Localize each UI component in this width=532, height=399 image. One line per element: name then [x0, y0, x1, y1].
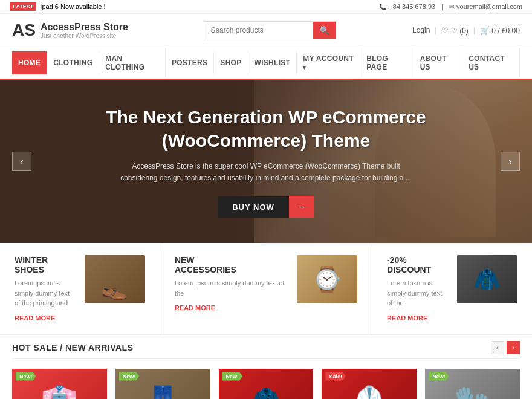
divider-1: |	[435, 26, 436, 34]
hot-sale-section: HOT SALE / NEW ARRIVALS ‹ › New! 👘 New! …	[0, 335, 532, 400]
logo[interactable]: AS AccessPress Store Just another WordPr…	[12, 22, 128, 39]
phone-contact: +84 345 678 93	[379, 3, 435, 10]
feature-discount-title: -20%DISCOUNT	[387, 255, 449, 274]
feature-watch-text: NEWACCESSORIES Lorem Ipsum is simply dum…	[175, 255, 288, 312]
buy-now-button[interactable]: BUY NOW	[218, 196, 289, 218]
product-badge-1: New!	[16, 372, 36, 381]
site-title: AccessPress Store	[41, 22, 128, 33]
nav-posters[interactable]: POSTERS	[166, 51, 214, 74]
top-bar-left: LATEST Ipad 6 Now available !	[10, 2, 106, 11]
hot-sale-next[interactable]: ›	[507, 341, 520, 354]
nav-blog[interactable]: BLOG PAGE	[360, 47, 414, 79]
site-tagline: Just another WordPress site	[41, 33, 128, 39]
product-image-3: New! 🧥	[219, 369, 314, 400]
cart-icon	[480, 27, 490, 35]
feature-discount-read-more[interactable]: READ MORE	[387, 314, 427, 322]
feature-watch: NEWACCESSORIES Lorem Ipsum is simply dum…	[160, 243, 372, 334]
hero-content: The Next Generation WP eCommerce (WooCom…	[54, 105, 478, 218]
product-badge-3: New!	[222, 372, 243, 381]
nav-man-clothing[interactable]: MAN CLOTHING	[99, 47, 166, 79]
hero-prev-button[interactable]: ‹	[12, 152, 31, 171]
header: AS AccessPress Store Just another WordPr…	[0, 14, 532, 47]
product-image-5: New! 🧤	[425, 369, 520, 400]
nav-home[interactable]: HOME	[12, 51, 47, 74]
nav-my-account[interactable]: MY ACCOUNT	[297, 47, 360, 79]
feature-shoes: WINTER SHOES Lorem Ipsum is simply dummy…	[0, 243, 160, 334]
feature-shoes-read-more[interactable]: READ MORE	[15, 314, 55, 322]
pipe-divider: |	[441, 3, 443, 10]
hero-next-button[interactable]: ›	[501, 152, 520, 171]
product-badge-4: Sale!	[325, 372, 346, 381]
hero-title: The Next Generation WP eCommerce (WooCom…	[103, 105, 429, 152]
phone-icon	[379, 4, 386, 10]
feature-watch-read-more[interactable]: READ MORE	[175, 304, 215, 311]
product-card-3[interactable]: New! 🧥	[219, 369, 314, 400]
wishlist-heart-icon	[441, 27, 449, 35]
nav-about[interactable]: ABOUT US	[414, 47, 462, 79]
product-card-2[interactable]: New! 👖	[115, 369, 210, 400]
product-image-4: Sale! 🥼	[322, 369, 417, 400]
hero-arrow-button[interactable]: →	[289, 196, 314, 218]
search-input[interactable]	[204, 22, 313, 38]
hero-cta: BUY NOW →	[103, 196, 429, 218]
hot-sale-title: HOT SALE / NEW ARRIVALS	[12, 343, 134, 352]
search-button[interactable]: 🔍	[313, 22, 336, 39]
feature-watch-title: NEWACCESSORIES	[175, 255, 288, 274]
product-badge-5: New!	[429, 372, 449, 381]
login-link[interactable]: Login	[412, 26, 430, 34]
feature-shoes-text: WINTER SHOES Lorem Ipsum is simply dummy…	[15, 255, 76, 322]
product-image-2: New! 👖	[115, 369, 210, 400]
wishlist-link[interactable]: ♡ (0)	[441, 26, 468, 35]
feature-watch-image: ⌚	[297, 255, 357, 303]
product-card-4[interactable]: Sale! 🥼	[322, 369, 417, 400]
logo-icon: AS	[12, 22, 36, 39]
email-icon	[449, 4, 454, 10]
feature-discount-text: -20%DISCOUNT Lorem Ipsum is simply dummy…	[387, 255, 449, 322]
email-contact: youremail@gmail.com	[449, 3, 522, 10]
nav-wishlist[interactable]: WISHLIST	[248, 51, 297, 74]
product-badge-2: New!	[119, 372, 140, 381]
hot-sale-navigation: ‹ ›	[491, 341, 520, 354]
feature-watch-desc: Lorem Ipsum is simply dummy text of the	[175, 278, 288, 298]
logo-text: AccessPress Store Just another WordPress…	[41, 22, 128, 39]
top-bar: LATEST Ipad 6 Now available ! +84 345 67…	[0, 0, 532, 14]
products-row: New! 👘 New! 👖 New! 🧥 Sale! 🥼 New!	[12, 369, 520, 400]
cart-link[interactable]: 0 / £0.00	[480, 26, 520, 35]
main-nav: HOME CLOTHING MAN CLOTHING POSTERS SHOP …	[0, 47, 532, 80]
feature-shoes-image: 👞	[85, 255, 145, 303]
hero-description: AccessPress Store is the super cool WP e…	[115, 161, 417, 184]
feature-discount: -20%DISCOUNT Lorem Ipsum is simply dummy…	[372, 243, 532, 334]
divider-2: |	[473, 26, 475, 34]
product-card-5[interactable]: New! 🧤	[425, 369, 520, 400]
latest-badge: LATEST	[10, 2, 36, 11]
hot-sale-prev[interactable]: ‹	[491, 341, 504, 354]
feature-discount-desc: Lorem Ipsum is simply dummy text of the	[387, 278, 449, 308]
nav-contact[interactable]: CONTACT US	[462, 47, 520, 79]
hero-slider: ‹ The Next Generation WP eCommerce (WooC…	[0, 80, 532, 243]
product-card-1[interactable]: New! 👘	[12, 369, 107, 400]
feature-shoes-title: WINTER SHOES	[15, 255, 76, 274]
header-actions: Login | ♡ (0) | 0 / £0.00	[412, 26, 520, 35]
announcement-text: Ipad 6 Now available !	[40, 3, 105, 10]
nav-clothing[interactable]: CLOTHING	[47, 51, 99, 74]
feature-boxes: WINTER SHOES Lorem Ipsum is simply dummy…	[0, 243, 532, 335]
search-form[interactable]: 🔍	[204, 21, 336, 39]
feature-discount-image: 🧥	[457, 255, 517, 303]
nav-shop[interactable]: SHOP	[214, 51, 248, 74]
product-image-1: New! 👘	[12, 369, 107, 400]
top-bar-right: +84 345 678 93 | youremail@gmail.com	[379, 3, 522, 10]
hot-sale-header: HOT SALE / NEW ARRIVALS ‹ ›	[12, 335, 520, 359]
feature-shoes-desc: Lorem Ipsum is simply dummy text of the …	[15, 278, 76, 308]
